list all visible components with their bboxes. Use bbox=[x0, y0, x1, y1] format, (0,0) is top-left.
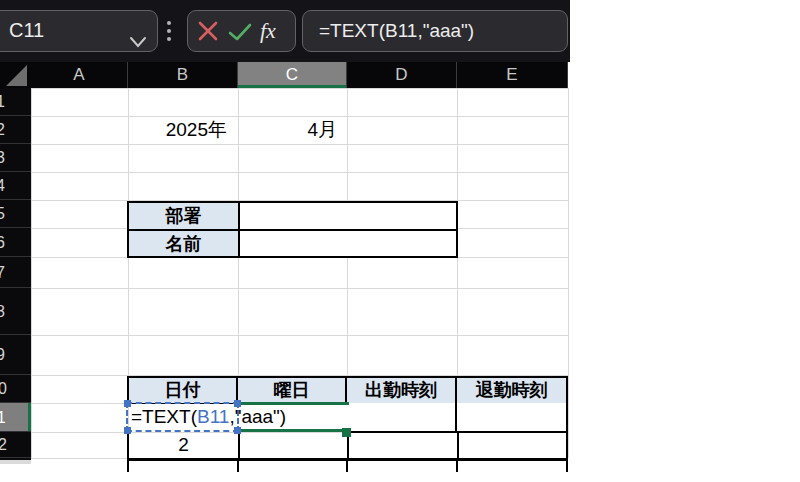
fill-handle[interactable] bbox=[342, 428, 351, 437]
cancel-icon[interactable] bbox=[198, 21, 219, 42]
ref-corner-handle[interactable] bbox=[124, 427, 131, 434]
row11-cells-d-e[interactable] bbox=[347, 403, 568, 433]
column-header-a[interactable]: A bbox=[31, 62, 128, 88]
gridline bbox=[31, 172, 568, 173]
row-header-11[interactable]: 11 bbox=[0, 403, 31, 432]
table-divider bbox=[455, 403, 457, 431]
row-header-7[interactable]: 7 bbox=[0, 257, 31, 288]
spreadsheet-app: C11 fx =TEXT(B11,"aaa") ABCDE 1234567891… bbox=[0, 0, 800, 482]
table-border-stub bbox=[127, 461, 129, 472]
row-header-stub bbox=[0, 460, 31, 464]
table-border-stub bbox=[456, 461, 458, 472]
cell-c6-name-value[interactable] bbox=[240, 231, 456, 257]
header-weekday[interactable]: 曜日 bbox=[238, 378, 347, 403]
ref-corner-handle[interactable] bbox=[124, 400, 131, 407]
more-options-icon[interactable] bbox=[166, 21, 172, 41]
row-header-4[interactable]: 4 bbox=[0, 172, 31, 200]
table-divider bbox=[457, 432, 459, 458]
row-headers: 123456789101112 bbox=[0, 88, 31, 460]
row-number: 5 bbox=[0, 200, 5, 228]
formula-bar[interactable]: =TEXT(B11,"aaa") bbox=[302, 10, 568, 52]
formula-prefix: =TEXT( bbox=[131, 406, 197, 427]
row-header-2[interactable]: 2 bbox=[0, 116, 31, 144]
table-border-stub bbox=[566, 461, 568, 472]
header-date[interactable]: 日付 bbox=[129, 378, 238, 403]
row-header-5[interactable]: 5 bbox=[0, 200, 31, 228]
formula-bar-text: =TEXT(B11,"aaa") bbox=[319, 11, 474, 50]
enter-icon[interactable] bbox=[228, 23, 253, 42]
row-number: 4 bbox=[0, 172, 5, 200]
formula-buttons-group: fx bbox=[187, 10, 296, 52]
name-box[interactable]: C11 bbox=[0, 10, 158, 52]
row-header-12[interactable]: 12 bbox=[0, 432, 31, 458]
row-header-3[interactable]: 3 bbox=[0, 144, 31, 172]
table-divider bbox=[129, 229, 456, 231]
table-divider bbox=[238, 203, 240, 256]
row-header-10[interactable]: 10 bbox=[0, 375, 31, 403]
gridline bbox=[31, 144, 568, 145]
header-clock-in[interactable]: 出勤時刻 bbox=[347, 378, 457, 403]
insert-function-button[interactable]: fx bbox=[260, 11, 276, 51]
formula-cell-ref: B11 bbox=[197, 406, 229, 427]
row-header-1[interactable]: 1 bbox=[0, 88, 31, 116]
row-number: 10 bbox=[0, 375, 7, 403]
row-number: 9 bbox=[0, 335, 5, 375]
column-header-d[interactable]: D bbox=[347, 62, 457, 88]
formula-toolbar: C11 fx =TEXT(B11,"aaa") bbox=[0, 0, 570, 62]
row-number: 8 bbox=[0, 288, 5, 335]
gridline bbox=[31, 88, 568, 89]
cell-c2-month[interactable]: 4月 bbox=[238, 116, 343, 144]
cell-c5-dept-value[interactable] bbox=[240, 203, 456, 229]
chevron-down-icon[interactable] bbox=[129, 36, 147, 49]
row-number: 11 bbox=[0, 403, 6, 432]
row-header-6[interactable]: 6 bbox=[0, 228, 31, 257]
row-number: 12 bbox=[0, 432, 7, 458]
row-header-8[interactable]: 8 bbox=[0, 288, 31, 335]
table-border-stub bbox=[346, 461, 348, 472]
column-header-b[interactable]: B bbox=[128, 62, 238, 88]
row-number: 7 bbox=[0, 257, 5, 288]
gridline bbox=[568, 88, 569, 458]
cell-b2-year[interactable]: 2025年 bbox=[128, 116, 233, 144]
gridline bbox=[31, 288, 568, 289]
row-number: 6 bbox=[0, 228, 5, 257]
cell-b12-day[interactable]: 2 bbox=[129, 432, 238, 458]
header-clock-out[interactable]: 退勤時刻 bbox=[457, 378, 566, 403]
row-header-9[interactable]: 9 bbox=[0, 335, 31, 375]
cell-b6-name-label[interactable]: 名前 bbox=[129, 231, 238, 257]
formula-suffix: ,"aaa") bbox=[229, 406, 286, 427]
gridline bbox=[31, 335, 568, 336]
table-divider bbox=[238, 432, 240, 458]
column-header-c[interactable]: C bbox=[238, 62, 347, 88]
table-border-stub bbox=[237, 461, 239, 472]
column-header-e[interactable]: E bbox=[457, 62, 568, 88]
attendance-header-row: 日付 曜日 出勤時刻 退勤時刻 bbox=[127, 376, 568, 405]
name-box-value: C11 bbox=[9, 11, 44, 50]
row-number: 2 bbox=[0, 116, 5, 144]
profile-table: 部署 名前 bbox=[127, 201, 458, 258]
cell-editor-text[interactable]: =TEXT(B11,"aaa") bbox=[131, 404, 286, 431]
row-number: 1 bbox=[0, 88, 5, 116]
select-all-triangle-icon bbox=[6, 65, 27, 86]
row-number: 3 bbox=[0, 144, 5, 172]
cell-b5-dept-label[interactable]: 部署 bbox=[129, 203, 238, 229]
column-headers: ABCDE bbox=[0, 62, 568, 88]
select-all-corner[interactable] bbox=[0, 62, 31, 88]
